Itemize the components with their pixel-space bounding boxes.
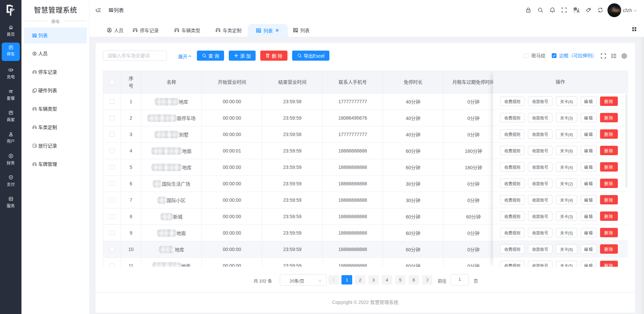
svg-text:VIP: VIP — [9, 90, 13, 92]
